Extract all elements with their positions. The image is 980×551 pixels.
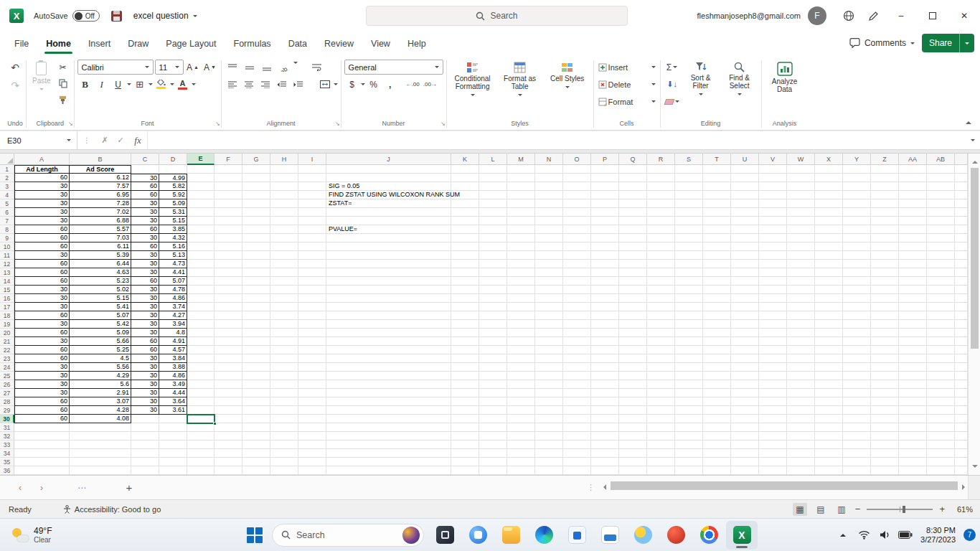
cell-M26[interactable]	[507, 380, 535, 389]
cell-A5[interactable]: 30	[14, 199, 70, 208]
cell-X1[interactable]	[815, 165, 843, 174]
vertical-scroll-thumb[interactable]	[971, 168, 979, 349]
cell-K12[interactable]	[451, 260, 479, 268]
collapse-ribbon-button[interactable]	[966, 118, 971, 124]
cell-G23[interactable]	[242, 354, 270, 363]
cell-I6[interactable]	[298, 208, 326, 217]
weather-widget[interactable]: 49°F Clear	[4, 519, 59, 551]
cell-X7[interactable]	[815, 217, 843, 225]
cell-AA18[interactable]	[899, 311, 927, 320]
cell-O17[interactable]	[563, 303, 591, 311]
cell-U10[interactable]	[731, 242, 759, 251]
cell-V31[interactable]	[759, 423, 787, 432]
cell-G14[interactable]	[242, 277, 270, 286]
cell-M34[interactable]	[507, 449, 535, 458]
cell-O28[interactable]	[563, 397, 591, 406]
cell-N7[interactable]	[535, 217, 563, 225]
cell-J32[interactable]	[326, 432, 451, 441]
cell-H10[interactable]	[270, 242, 298, 251]
cell-S36[interactable]	[675, 466, 703, 475]
cell-V27[interactable]	[759, 389, 787, 397]
cell-Y20[interactable]	[843, 329, 871, 337]
cell-O24[interactable]	[563, 363, 591, 372]
cell-B31[interactable]	[70, 423, 131, 432]
cell-B28[interactable]: 3.07	[70, 397, 131, 406]
cell-A35[interactable]	[14, 458, 70, 466]
cell-Y5[interactable]	[843, 199, 871, 208]
cell-AB24[interactable]	[927, 363, 955, 372]
cell-S27[interactable]	[675, 389, 703, 397]
cell-W28[interactable]	[787, 397, 815, 406]
cell-I4[interactable]	[298, 191, 326, 199]
cell-AA36[interactable]	[899, 466, 927, 475]
col-header-X[interactable]: X	[815, 154, 843, 165]
cell-G33[interactable]	[242, 441, 270, 449]
hidden-icons-chevron[interactable]	[834, 523, 852, 547]
cell-D18[interactable]: 4.27	[159, 311, 187, 320]
cell-B22[interactable]: 5.25	[70, 346, 131, 354]
cell-I33[interactable]	[298, 441, 326, 449]
cell-L35[interactable]	[479, 458, 507, 466]
col-header-N[interactable]: N	[535, 154, 563, 165]
cell-F26[interactable]	[215, 380, 242, 389]
cell-C10[interactable]: 60	[131, 242, 159, 251]
row-header-21[interactable]: 21	[0, 337, 14, 346]
cell-Q25[interactable]	[619, 372, 647, 380]
cell-I23[interactable]	[298, 354, 326, 363]
cell-AB27[interactable]	[927, 389, 955, 397]
cell-A14[interactable]: 60	[14, 277, 70, 286]
cell-M33[interactable]	[507, 441, 535, 449]
cell-Q7[interactable]	[619, 217, 647, 225]
col-header-J[interactable]: J	[326, 154, 451, 165]
cell-T8[interactable]	[703, 225, 731, 234]
cell-X34[interactable]	[815, 449, 843, 458]
cell-A2[interactable]: 60	[14, 174, 70, 182]
cell-G2[interactable]	[242, 174, 270, 182]
cell-W10[interactable]	[787, 242, 815, 251]
cell-Y27[interactable]	[843, 389, 871, 397]
cell-L10[interactable]	[479, 242, 507, 251]
cell-S31[interactable]	[675, 423, 703, 432]
cell-C7[interactable]: 30	[131, 217, 159, 225]
cell-J35[interactable]	[326, 458, 451, 466]
cell-AA3[interactable]	[899, 182, 927, 191]
cell-K13[interactable]	[451, 268, 479, 277]
cell-F33[interactable]	[215, 441, 242, 449]
cell-S21[interactable]	[675, 337, 703, 346]
cell-P24[interactable]	[591, 363, 619, 372]
cell-U28[interactable]	[731, 397, 759, 406]
cell-U24[interactable]	[731, 363, 759, 372]
cell-D26[interactable]: 3.49	[159, 380, 187, 389]
format-cells-button[interactable]: Format	[597, 94, 657, 109]
cell-G3[interactable]	[242, 182, 270, 191]
cell-M29[interactable]	[507, 406, 535, 415]
cell-A34[interactable]	[14, 449, 70, 458]
name-box-resizer[interactable]: ⋮	[77, 136, 97, 144]
cell-S16[interactable]	[675, 294, 703, 303]
globe-icon[interactable]	[837, 4, 861, 28]
cell-C1[interactable]	[131, 165, 159, 174]
cell-C28[interactable]: 30	[131, 397, 159, 406]
cell-X30[interactable]	[815, 415, 843, 423]
cell-B16[interactable]: 5.15	[70, 294, 131, 303]
font-color-button[interactable]: A	[175, 77, 191, 92]
cell-G26[interactable]	[242, 380, 270, 389]
cell-W34[interactable]	[787, 449, 815, 458]
row-header-8[interactable]: 8	[0, 225, 14, 234]
cell-M12[interactable]	[507, 260, 535, 268]
cell-D25[interactable]: 4.86	[159, 372, 187, 380]
view-normal-button[interactable]: ▦	[793, 503, 807, 516]
cell-G34[interactable]	[242, 449, 270, 458]
row-header-7[interactable]: 7	[0, 217, 14, 225]
cell-Q11[interactable]	[619, 251, 647, 260]
cell-AB18[interactable]	[927, 311, 955, 320]
cell-M20[interactable]	[507, 329, 535, 337]
cell-R2[interactable]	[647, 174, 675, 182]
col-header-O[interactable]: O	[563, 154, 591, 165]
cell-L1[interactable]	[479, 165, 507, 174]
cell-M15[interactable]	[507, 286, 535, 294]
cell-J7[interactable]	[326, 217, 451, 225]
cell-W7[interactable]	[787, 217, 815, 225]
cell-K27[interactable]	[451, 389, 479, 397]
cell-C5[interactable]: 30	[131, 199, 159, 208]
